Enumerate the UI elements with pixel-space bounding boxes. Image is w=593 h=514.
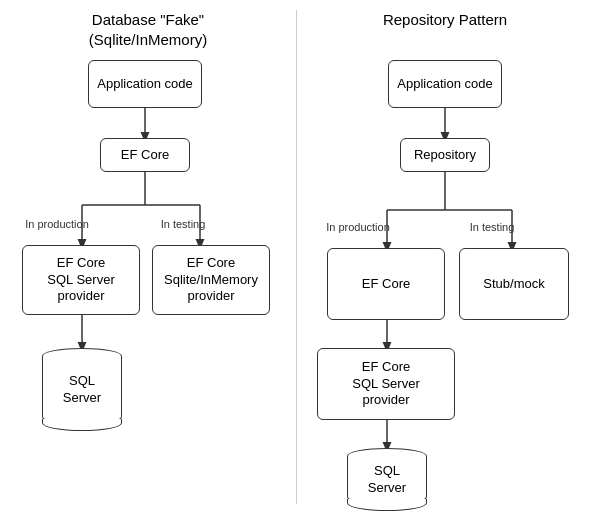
- right-in-prod-text: In production: [326, 221, 390, 233]
- left-sqlite-provider-label: EF Core Sqlite/InMemory provider: [164, 255, 258, 306]
- left-sqlite-provider-box: EF Core Sqlite/InMemory provider: [152, 245, 270, 315]
- right-sql-server-provider-box: EF Core SQL Server provider: [317, 348, 455, 420]
- left-in-test-label: In testing: [148, 218, 218, 230]
- left-sql-server-provider-label: EF Core SQL Server provider: [47, 255, 114, 306]
- left-sql-server-label: SQL Server: [63, 373, 101, 407]
- diagram-container: Database "Fake" (Sqlite/InMemory) Applic…: [0, 0, 593, 514]
- right-title: Repository Pattern: [297, 0, 593, 35]
- left-title: Database "Fake" (Sqlite/InMemory): [0, 0, 296, 54]
- left-subtitle-text: (Sqlite/InMemory): [89, 31, 207, 48]
- right-in-test-text: In testing: [470, 221, 515, 233]
- right-ef-core-label: EF Core: [362, 276, 410, 293]
- left-ef-core-box: EF Core: [100, 138, 190, 172]
- left-in-prod-text: In production: [25, 218, 89, 230]
- left-app-code-box: Application code: [88, 60, 202, 108]
- left-diagram: Database "Fake" (Sqlite/InMemory) Applic…: [0, 0, 296, 514]
- left-sql-server-cylinder: SQL Server: [42, 348, 122, 431]
- right-app-code-label: Application code: [397, 76, 492, 93]
- left-sql-server-provider-box: EF Core SQL Server provider: [22, 245, 140, 315]
- right-in-prod-label: In production: [322, 221, 394, 233]
- right-stub-mock-box: Stub/mock: [459, 248, 569, 320]
- left-app-code-label: Application code: [97, 76, 192, 93]
- left-ef-core-label: EF Core: [121, 147, 169, 164]
- right-repository-label: Repository: [414, 147, 476, 164]
- right-repository-box: Repository: [400, 138, 490, 172]
- right-app-code-box: Application code: [388, 60, 502, 108]
- right-sql-server-cylinder: SQL Server: [347, 448, 427, 511]
- left-in-prod-label: In production: [22, 218, 92, 230]
- right-ef-core-box: EF Core: [327, 248, 445, 320]
- left-in-test-text: In testing: [161, 218, 206, 230]
- right-title-text: Repository Pattern: [383, 11, 507, 28]
- right-sql-server-provider-label: EF Core SQL Server provider: [352, 359, 419, 410]
- right-in-test-label: In testing: [457, 221, 527, 233]
- right-stub-mock-label: Stub/mock: [483, 276, 544, 293]
- right-diagram: Repository Pattern Application code: [297, 0, 593, 514]
- right-sql-server-label: SQL Server: [368, 463, 406, 497]
- left-title-text: Database "Fake": [92, 11, 204, 28]
